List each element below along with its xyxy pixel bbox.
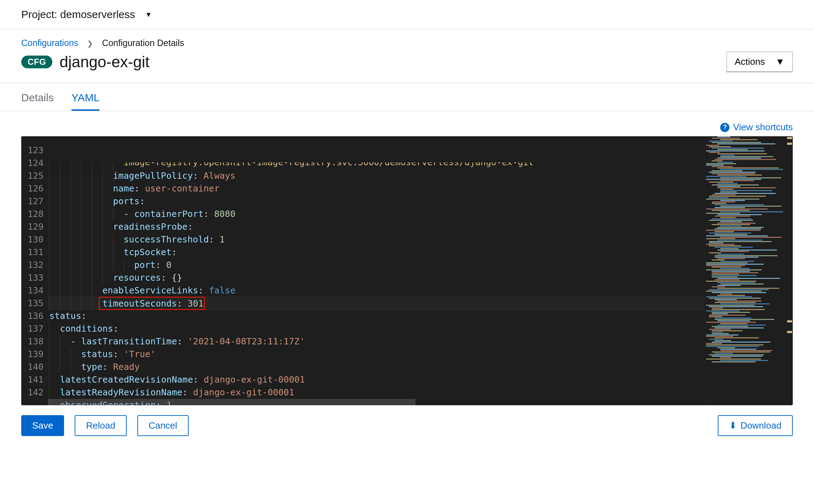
- download-icon: ⬇: [729, 420, 737, 431]
- code-line[interactable]: image-registry.openshift-image-registry.…: [48, 162, 704, 170]
- breadcrumb-parent[interactable]: Configurations: [21, 38, 78, 48]
- code-line[interactable]: tcpSocket:: [48, 246, 704, 259]
- download-button[interactable]: ⬇Download: [718, 415, 793, 436]
- code-line[interactable]: - containerPort: 8080: [48, 208, 704, 220]
- code-line[interactable]: status:: [48, 310, 704, 322]
- breadcrumb-current: Configuration Details: [102, 38, 184, 48]
- project-selector[interactable]: Project: demoserverless ▼: [0, 0, 814, 29]
- yaml-editor[interactable]: 1221231241251261271281291301311321331341…: [21, 136, 793, 405]
- line-gutter: 1221231241251261271281291301311321331341…: [21, 136, 48, 405]
- code-line[interactable]: latestReadyRevisionName: django-ex-git-0…: [48, 386, 704, 399]
- view-shortcuts-link[interactable]: ? View shortcuts: [720, 122, 793, 133]
- actions-dropdown[interactable]: Actions ▼: [727, 52, 793, 72]
- cancel-button[interactable]: Cancel: [137, 415, 189, 436]
- code-line[interactable]: readinessProbe:: [48, 220, 704, 233]
- tab-details[interactable]: Details: [21, 92, 54, 111]
- tab-yaml[interactable]: YAML: [71, 92, 99, 111]
- shortcuts-label: View shortcuts: [733, 122, 793, 133]
- download-label: Download: [740, 420, 781, 431]
- code-line[interactable]: ports:: [48, 195, 704, 208]
- help-icon: ?: [720, 123, 729, 132]
- code-line[interactable]: timeoutSeconds: 301: [48, 297, 704, 310]
- code-line[interactable]: name: user-container: [48, 182, 704, 195]
- caret-down-icon: ▼: [145, 11, 152, 19]
- breadcrumb: Configurations ❯ Configuration Details: [0, 29, 814, 48]
- page-title: django-ex-git: [59, 53, 149, 71]
- project-label: Project: demoserverless: [21, 8, 135, 21]
- caret-down-icon: ▼: [775, 56, 785, 67]
- tabs: Details YAML: [0, 83, 814, 111]
- code-line[interactable]: imagePullPolicy: Always: [48, 170, 704, 182]
- reload-button[interactable]: Reload: [75, 415, 126, 436]
- save-button[interactable]: Save: [21, 415, 64, 436]
- chevron-right-icon: ❯: [87, 40, 93, 47]
- actions-label: Actions: [735, 56, 765, 67]
- code-line[interactable]: status: 'True': [48, 348, 704, 361]
- horizontal-scrollbar[interactable]: [48, 399, 415, 405]
- minimap[interactable]: [704, 136, 793, 405]
- code-line[interactable]: resources: {}: [48, 271, 704, 284]
- code-line[interactable]: enableServiceLinks: false: [48, 284, 704, 297]
- code-line[interactable]: latestCreatedRevisionName: django-ex-git…: [48, 373, 704, 386]
- code-line[interactable]: successThreshold: 1: [48, 233, 704, 246]
- code-line[interactable]: - lastTransitionTime: '2021-04-08T23:11:…: [48, 335, 704, 348]
- code-line[interactable]: type: Ready: [48, 361, 704, 373]
- resource-badge: CFG: [21, 56, 52, 68]
- code-line[interactable]: port: 0: [48, 259, 704, 271]
- code-line[interactable]: conditions:: [48, 322, 704, 335]
- code-area[interactable]: image-registry.openshift-image-registry.…: [48, 136, 704, 405]
